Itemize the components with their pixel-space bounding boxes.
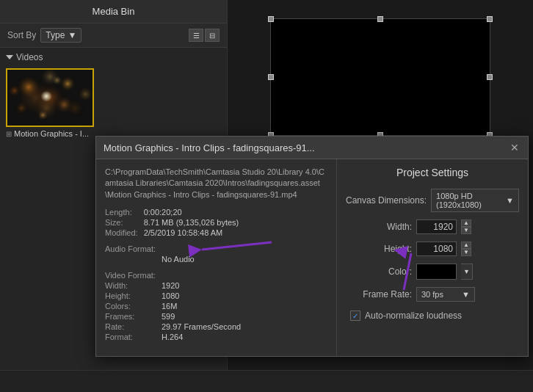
- vf-frames-label: Frames:: [105, 312, 156, 321]
- handle-top-left[interactable]: [268, 16, 274, 22]
- media-bin-title: Media Bin: [93, 6, 135, 17]
- project-settings-title: Project Settings: [346, 167, 519, 178]
- video-meta: Video Format: Width: 1920 Height: 1080 C…: [105, 271, 327, 341]
- videos-section: Videos ⊞ Motion Graphics - I...: [0, 48, 227, 142]
- auto-normalize-label: Auto-normalize loudness: [365, 311, 462, 321]
- vf-height-label: Height:: [105, 291, 156, 300]
- vf-colors-label: Colors:: [105, 302, 156, 311]
- list-item[interactable]: ⊞ Motion Graphics - I...: [6, 68, 221, 138]
- bottom-bar: [0, 370, 533, 392]
- handle-top-right[interactable]: [487, 16, 493, 22]
- audio-value: No Audio: [162, 255, 327, 264]
- height-label: Height:: [346, 244, 412, 254]
- settings-panel: Project Settings Canvas Dimensions: 1080…: [337, 159, 528, 356]
- meta-grid: Length: 0:00:20;20 Size: 8.71 MB (9,135,…: [105, 208, 327, 237]
- color-swatch[interactable]: [416, 264, 457, 280]
- dialog-body: C:\ProgramData\TechSmith\Camtasia Studio…: [96, 159, 528, 356]
- info-panel: C:\ProgramData\TechSmith\Camtasia Studio…: [96, 159, 337, 356]
- width-spinners: ▲ ▼: [461, 219, 471, 234]
- media-bin-header: Media Bin: [0, 0, 227, 23]
- width-row: Width: ▲ ▼: [346, 219, 519, 234]
- width-decrement[interactable]: ▼: [461, 227, 471, 234]
- length-label: Length:: [105, 208, 138, 217]
- audio-meta: Audio Format: No Audio: [105, 244, 327, 264]
- handle-mid-left[interactable]: [268, 74, 274, 80]
- handle-top-mid[interactable]: [377, 16, 383, 22]
- length-value: 0:00:20;20: [144, 208, 327, 217]
- vf-colors-value: 16M: [162, 302, 327, 311]
- canvas-dimensions-row: Canvas Dimensions: 1080p HD (1920x1080) …: [346, 189, 519, 212]
- modified-value: 2/5/2019 10:58:48 AM: [144, 228, 327, 237]
- color-dropdown-button[interactable]: ▼: [461, 264, 473, 280]
- color-row: Color: ▼: [346, 264, 519, 280]
- sort-icon-group: ☰ ⊟: [189, 29, 220, 42]
- color-label: Color:: [346, 266, 412, 277]
- preview-canvas: [270, 18, 490, 136]
- size-label: Size:: [105, 218, 138, 227]
- expand-icon[interactable]: [6, 55, 13, 59]
- height-input[interactable]: [416, 242, 457, 256]
- dialog-titlebar: Motion Graphics - Intro Clips - fadingsq…: [96, 137, 528, 159]
- auto-normalize-checkbox[interactable]: ✓: [350, 311, 360, 321]
- vf-width-value: 1920: [162, 281, 327, 290]
- height-row: Height: ▲ ▼: [346, 242, 519, 256]
- video-format-label: Video Format:: [105, 271, 156, 280]
- preview-area: [228, 0, 533, 154]
- video-file-icon: ⊞: [6, 130, 12, 138]
- vf-format-value: H.264: [162, 333, 327, 341]
- vf-format-label: Format:: [105, 333, 156, 341]
- size-value: 8.71 MB (9,135,026 bytes): [144, 218, 327, 227]
- vf-frames-value: 599: [162, 312, 327, 321]
- thumbnail-canvas: [7, 70, 93, 126]
- frame-rate-row: Frame Rate: 30 fps ▼: [346, 287, 519, 302]
- dialog-title: Motion Graphics - Intro Clips - fadingsq…: [104, 142, 315, 153]
- auto-normalize-row: ✓ Auto-normalize loudness: [346, 311, 519, 321]
- sort-bar: Sort By Type ▼ ☰ ⊟: [0, 23, 227, 48]
- chevron-down-icon: ▼: [68, 30, 76, 40]
- modified-label: Modified:: [105, 228, 138, 237]
- videos-section-title: Videos: [6, 52, 221, 62]
- vf-rate-label: Rate:: [105, 322, 156, 331]
- canvas-dimensions-label: Canvas Dimensions:: [346, 195, 427, 206]
- width-label: Width:: [346, 222, 412, 232]
- grid-view-icon[interactable]: ⊟: [205, 29, 220, 42]
- height-increment[interactable]: ▲: [461, 242, 471, 249]
- vf-height-value: 1080: [162, 291, 327, 300]
- sort-label: Sort By: [7, 30, 36, 40]
- height-decrement[interactable]: ▼: [461, 249, 471, 256]
- frame-rate-dropdown[interactable]: 30 fps ▼: [416, 287, 475, 302]
- handle-mid-right[interactable]: [487, 74, 493, 80]
- canvas-dimensions-dropdown[interactable]: 1080p HD (1920x1080) ▼: [431, 189, 519, 212]
- dialog-close-button[interactable]: ✕: [509, 142, 521, 153]
- chevron-down-icon: ▼: [462, 290, 470, 299]
- sort-dropdown[interactable]: Type ▼: [40, 28, 81, 43]
- height-spinners: ▲ ▼: [461, 242, 471, 256]
- list-view-icon[interactable]: ☰: [189, 29, 203, 42]
- width-input[interactable]: [416, 219, 457, 234]
- vf-rate-value: 29.97 Frames/Second: [162, 322, 327, 331]
- video-thumbnail[interactable]: [6, 68, 94, 127]
- audio-format-label: Audio Format:: [105, 244, 156, 253]
- dialog: Motion Graphics - Intro Clips - fadingsq…: [95, 136, 529, 357]
- width-increment[interactable]: ▲: [461, 219, 471, 227]
- vf-width-label: Width:: [105, 281, 156, 290]
- chevron-down-icon: ▼: [506, 196, 514, 205]
- frame-rate-label: Frame Rate:: [346, 289, 412, 300]
- file-path: C:\ProgramData\TechSmith\Camtasia Studio…: [105, 167, 327, 200]
